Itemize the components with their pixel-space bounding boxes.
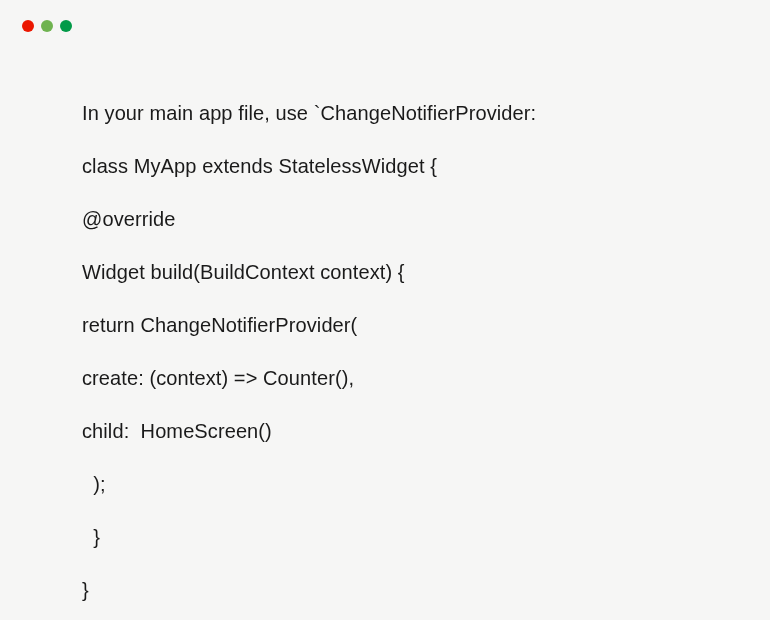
code-line: create: (context) => Counter(),: [82, 365, 710, 392]
code-line: );: [82, 471, 710, 498]
code-line: In your main app file, use `ChangeNotifi…: [82, 100, 710, 127]
code-line: @override: [82, 206, 710, 233]
code-line: Widget build(BuildContext context) {: [82, 259, 710, 286]
close-icon[interactable]: [22, 20, 34, 32]
code-line: }: [82, 524, 710, 551]
window-traffic-lights: [22, 20, 72, 32]
code-line: }: [82, 577, 710, 604]
minimize-icon[interactable]: [41, 20, 53, 32]
code-block: In your main app file, use `ChangeNotifi…: [82, 100, 710, 620]
code-line: class MyApp extends StatelessWidget {: [82, 153, 710, 180]
maximize-icon[interactable]: [60, 20, 72, 32]
code-line: return ChangeNotifierProvider(: [82, 312, 710, 339]
code-line: child: HomeScreen(): [82, 418, 710, 445]
